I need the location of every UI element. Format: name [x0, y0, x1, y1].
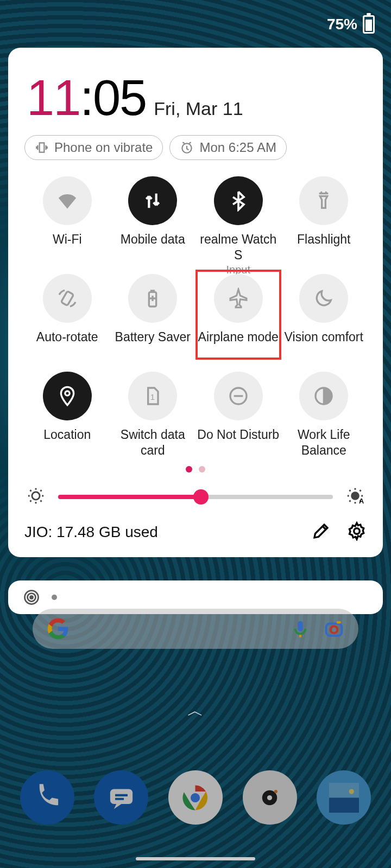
google-search-bar[interactable] [33, 609, 358, 649]
svg-rect-3 [151, 290, 155, 292]
app-drawer-handle[interactable]: ︿ [187, 700, 204, 722]
svg-rect-1 [61, 291, 73, 306]
tile-label: Flashlight [297, 232, 350, 258]
svg-point-26 [274, 790, 278, 793]
mic-icon[interactable] [290, 618, 311, 639]
lens-icon[interactable] [324, 618, 344, 639]
tile-auto-rotate[interactable]: Auto-rotate [24, 270, 110, 360]
alarm-icon [180, 141, 194, 155]
tile-label: Do Not Disturb [197, 427, 279, 453]
battery-saver-icon [128, 274, 177, 323]
tile-label: Airplane mode [198, 329, 279, 355]
quick-settings-panel: 11:05 Fri, Mar 11 Phone on vibrate Mon 6… [8, 48, 383, 557]
svg-point-11 [354, 528, 360, 534]
dock-app-gallery[interactable] [317, 770, 371, 825]
dock-app-messages[interactable] [94, 770, 148, 825]
panel-footer: JIO: 17.48 GB used [24, 521, 367, 543]
sim-icon: 1 [128, 372, 177, 420]
flashlight-icon [299, 176, 348, 225]
tile-switch-data-card[interactable]: 1Switch data card [110, 367, 196, 457]
tile-label: Battery Saver [115, 329, 191, 355]
alarm-chip[interactable]: Mon 6:25 AM [169, 135, 286, 160]
tile-airplane-mode[interactable]: Airplane mode [195, 270, 281, 360]
tile-label: Mobile data [121, 232, 185, 258]
svg-point-25 [267, 795, 272, 800]
tile-label: Vision comfort [285, 329, 363, 355]
vibrate-chip[interactable]: Phone on vibrate [24, 135, 163, 160]
clock-date[interactable]: Fri, Mar 11 [154, 98, 243, 119]
battery-percent: 75% [327, 16, 357, 33]
tile-mobile-data[interactable]: Mobile data [110, 172, 196, 262]
dock-app-camera[interactable] [243, 770, 297, 825]
notification-dot [52, 595, 57, 600]
tile-do-not-disturb[interactable]: Do Not Disturb [195, 367, 281, 457]
moon-icon [299, 274, 348, 323]
dock [0, 770, 391, 825]
tile-label: Auto-rotate [36, 329, 98, 355]
page-dot[interactable] [199, 466, 205, 473]
battery-icon [363, 15, 375, 34]
vibrate-icon [35, 141, 49, 155]
tile-flashlight[interactable]: Flashlight [281, 172, 367, 262]
svg-point-12 [30, 596, 33, 599]
page-dot[interactable] [186, 466, 192, 473]
tile-realme-watch-s[interactable]: realme Watch SInput [195, 172, 281, 262]
airplane-icon [214, 274, 263, 323]
status-chips: Phone on vibrate Mon 6:25 AM [24, 135, 367, 160]
status-bar: 75% [0, 0, 391, 49]
vibrate-chip-label: Phone on vibrate [54, 140, 153, 155]
svg-text:A: A [359, 497, 364, 505]
clock-row: 11:05 Fri, Mar 11 [27, 69, 367, 126]
settings-button[interactable] [347, 521, 367, 543]
edit-tiles-button[interactable] [311, 521, 331, 543]
clock-minutes: 05 [93, 70, 146, 125]
svg-point-8 [32, 492, 40, 500]
tile-battery-saver[interactable]: Battery Saver [110, 270, 196, 360]
tile-label: Location [43, 427, 91, 453]
brightness-thumb[interactable] [193, 489, 209, 505]
page-indicator [24, 466, 367, 473]
work-life-icon [299, 372, 348, 420]
tile-vision-comfort[interactable]: Vision comfort [281, 270, 367, 360]
tile-work-life-balance[interactable]: Work Life Balance [281, 367, 367, 457]
svg-point-17 [331, 626, 338, 633]
nav-pill[interactable] [136, 857, 255, 860]
tile-grid: Wi-FiMobile datarealme Watch SInputFlash… [24, 172, 367, 457]
svg-rect-18 [337, 621, 341, 624]
svg-rect-15 [298, 621, 303, 631]
alarm-chip-label: Mon 6:25 AM [199, 140, 276, 155]
brightness-low-icon [27, 487, 45, 507]
data-usage-label[interactable]: JIO: 17.48 GB used [24, 524, 158, 541]
dock-app-phone[interactable] [20, 770, 74, 825]
brightness-fill [58, 495, 201, 499]
brightness-row: A [27, 487, 364, 507]
brightness-slider[interactable] [58, 495, 333, 499]
svg-text:1: 1 [150, 392, 155, 401]
auto-brightness-icon[interactable]: A [346, 487, 364, 507]
google-icon [47, 617, 70, 640]
pencil-icon [311, 521, 331, 541]
tile-label: Wi-Fi [53, 232, 82, 258]
clock[interactable]: 11:05 [27, 69, 146, 126]
hotspot-icon [23, 589, 40, 605]
mobile-data-icon [128, 176, 177, 225]
tile-label: Work Life Balance [281, 427, 367, 453]
bluetooth-icon [214, 176, 263, 225]
tile-wi-fi[interactable]: Wi-Fi [24, 172, 110, 262]
dnd-icon [214, 372, 263, 420]
tile-label: Switch data card [110, 427, 196, 453]
svg-rect-27 [329, 783, 359, 798]
dock-app-chrome[interactable] [168, 770, 223, 825]
svg-point-4 [65, 391, 70, 395]
svg-rect-28 [329, 797, 359, 813]
wifi-icon [43, 176, 92, 225]
svg-point-9 [351, 492, 359, 500]
clock-hours: 11 [27, 70, 80, 125]
svg-rect-19 [110, 789, 133, 804]
auto-rotate-icon [43, 274, 92, 323]
tile-location[interactable]: Location [24, 367, 110, 457]
tile-label: realme Watch SInput [195, 232, 281, 258]
location-icon [43, 372, 92, 420]
gear-icon [347, 521, 367, 541]
svg-point-29 [349, 789, 354, 794]
